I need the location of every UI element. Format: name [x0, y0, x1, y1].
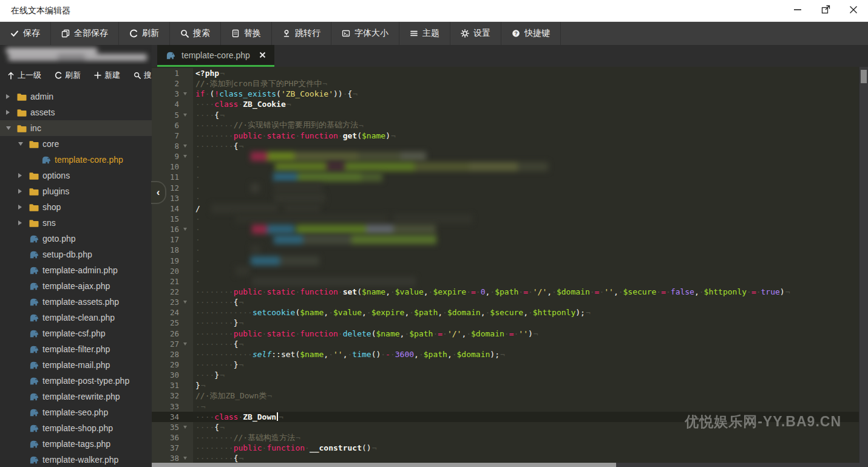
tree-item-core[interactable]: core [0, 136, 152, 152]
tree-item-sns[interactable]: sns [0, 215, 152, 231]
line-content: ········{¬ [193, 141, 868, 151]
fold-spacer [183, 266, 193, 276]
eol-marker: ¬ [286, 100, 291, 109]
sidebar-toolbar-button-refresh[interactable]: 刷新 [55, 70, 81, 81]
line-number: 29 [152, 360, 183, 370]
toolbar-button-save-all[interactable]: 全部保存 [51, 22, 119, 45]
line-content: ············setcookie($name,·$value,·$ex… [193, 307, 868, 318]
tree-item-template-tags-php[interactable]: template-tags.php [0, 436, 152, 452]
tree-item-setup-db-php[interactable]: setup-db.php [0, 247, 152, 262]
tree-item-template-mail-php[interactable]: template-mail.php [0, 357, 152, 373]
tree-item-template-post-type-php[interactable]: template-post-type.php [0, 373, 152, 389]
tree-item-template-clean-php[interactable]: template-clean.php [0, 310, 152, 326]
tree-item-template-rewrite-php[interactable]: template-rewrite.php [0, 389, 152, 404]
chevron-right-icon[interactable] [6, 94, 17, 99]
line-number: 25 [152, 318, 183, 328]
line-content: ········//·实现错误中需要用到的基础方法¬ [193, 120, 868, 131]
tree-item-options[interactable]: options [0, 168, 152, 183]
minimize-button[interactable] [792, 5, 804, 17]
line-content: ········public·static·function·delete($n… [193, 329, 868, 339]
tree-item-goto-php[interactable]: goto.php [0, 231, 152, 247]
line-number: 23 [152, 297, 183, 307]
folder-icon [29, 219, 42, 227]
code-line-26: 26········public·static·function·delete(… [152, 329, 868, 339]
maximize-button[interactable] [819, 5, 832, 17]
code-wrap: 1<?php¬2//·添加到cron目录下的PHP文件中¬3if·(!class… [152, 67, 868, 467]
tree-item-template-ajax-php[interactable]: template-ajax.php [0, 278, 152, 294]
line-number: 2 [152, 78, 183, 89]
php-file-icon [29, 377, 42, 385]
tree-item-template-csf-php[interactable]: template-csf.php [0, 326, 152, 341]
tab-template-core[interactable]: template-core.php [157, 45, 274, 67]
chevron-right-icon[interactable] [6, 110, 17, 115]
fold-marker-icon[interactable] [183, 339, 193, 349]
tree-item-template-filter-php[interactable]: template-filter.php [0, 341, 152, 357]
fold-spacer [183, 318, 193, 328]
tree-item-label: template-assets.php [42, 297, 119, 307]
chevron-right-icon[interactable] [18, 205, 29, 210]
fold-marker-icon[interactable] [183, 110, 193, 120]
sidebar-toolbar-label: 上一级 [18, 70, 41, 81]
fold-marker-icon[interactable] [183, 422, 193, 432]
toolbar-button-shortcuts[interactable]: ?快捷键 [501, 22, 561, 45]
line-number: 20 [152, 266, 183, 276]
horizontal-scrollbar[interactable] [152, 463, 868, 467]
line-content: · [193, 183, 868, 193]
tree-item-template-admin-php[interactable]: template-admin.php [0, 262, 152, 278]
fold-marker-icon[interactable] [183, 224, 193, 234]
toolbar-button-font-size[interactable]: 字体大小 [331, 22, 399, 45]
vertical-scrollbar-thumb[interactable] [861, 70, 867, 83]
tree-item-shop[interactable]: shop [0, 199, 152, 215]
redacted-path-blur [0, 45, 152, 64]
toolbar-button-refresh[interactable]: 刷新 [119, 22, 170, 45]
sidebar-toolbar-button-up-level[interactable]: 上一级 [7, 70, 41, 81]
tree-item-template-assets-php[interactable]: template-assets.php [0, 294, 152, 310]
tree-item-template-shop-php[interactable]: template-shop.php [0, 420, 152, 436]
tab-close-icon[interactable] [259, 52, 266, 58]
toolbar-button-settings[interactable]: 设置 [450, 22, 501, 45]
up-arrow-icon [7, 72, 15, 80]
fold-spacer [183, 162, 193, 172]
close-button[interactable] [847, 5, 860, 17]
toolbar-button-save[interactable]: 保存 [0, 22, 51, 45]
vertical-scrollbar[interactable] [859, 67, 868, 463]
fold-marker-icon[interactable] [183, 141, 193, 151]
line-number: 31 [152, 380, 183, 390]
fold-marker-icon[interactable] [183, 453, 193, 463]
fold-marker-icon[interactable] [183, 297, 193, 307]
fold-marker-icon[interactable] [183, 151, 193, 162]
window-controls [792, 5, 860, 17]
tree-item-assets[interactable]: assets [0, 104, 152, 120]
tree-item-inc[interactable]: inc [0, 120, 152, 136]
chevron-down-icon[interactable] [18, 142, 29, 146]
horizontal-scrollbar-thumb[interactable] [152, 463, 616, 467]
toolbar-button-search[interactable]: 搜索 [170, 22, 221, 45]
toolbar-button-label: 设置 [473, 28, 490, 39]
toolbar-button-theme[interactable]: 主题 [399, 22, 450, 45]
chevron-right-icon[interactable] [18, 189, 29, 194]
redacted-code-region [193, 214, 868, 224]
code-line-38: 38········{¬ [152, 453, 868, 463]
line-number: 22 [152, 287, 183, 297]
toolbar-button-goto-line[interactable]: 跳转行 [272, 22, 331, 45]
tree-item-admin[interactable]: admin [0, 89, 152, 104]
tree-item-label: options [42, 171, 70, 180]
php-file-icon [29, 440, 42, 448]
chevron-right-icon[interactable] [18, 220, 29, 225]
chevron-right-icon[interactable] [18, 173, 29, 178]
fold-marker-icon[interactable] [183, 89, 193, 99]
tree-item-template-walker-php[interactable]: template-walker.php [0, 452, 152, 467]
line-number: 19 [152, 256, 183, 266]
line-number: 17 [152, 234, 183, 245]
folder-icon [17, 93, 30, 101]
sidebar-toolbar-button-new[interactable]: 新建 [94, 70, 120, 81]
tree-item-plugins[interactable]: plugins [0, 183, 152, 199]
tree-item-template-seo-php[interactable]: template-seo.php [0, 404, 152, 420]
code-line-20: 20· [152, 266, 868, 276]
chevron-down-icon[interactable] [6, 126, 17, 130]
tree-item-label: template-admin.php [42, 265, 118, 275]
line-number: 27 [152, 339, 183, 349]
code-editor[interactable]: 1<?php¬2//·添加到cron目录下的PHP文件中¬3if·(!class… [152, 68, 868, 463]
toolbar-button-replace[interactable]: 替换 [221, 22, 272, 45]
tree-item-template-core-php[interactable]: template-core.php [0, 152, 152, 168]
